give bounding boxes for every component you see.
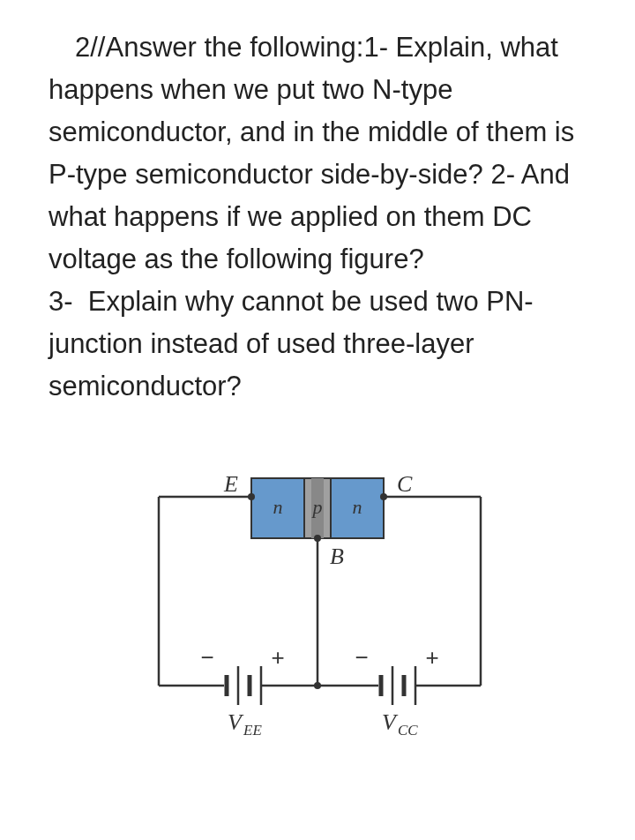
- transistor-body: n p n: [251, 478, 384, 538]
- label-p: p: [311, 496, 323, 518]
- vee-minus: −: [200, 644, 213, 671]
- question-prefix: 2//Answer the following:1-: [75, 32, 396, 63]
- vee-plus: +: [271, 644, 284, 671]
- question-text: 2//Answer the following:1- Explain, what…: [49, 26, 586, 408]
- collector-label: C: [397, 471, 413, 497]
- question-part3: Explain why cannot be used two PN-juncti…: [49, 286, 534, 401]
- label-n-right: n: [353, 496, 362, 518]
- label-n-left: n: [273, 496, 283, 518]
- emitter-label: E: [223, 471, 238, 497]
- vee-sub: EE: [243, 722, 262, 739]
- circuit-diagram: n p n E C B: [0, 465, 635, 756]
- question-part1: Explain, what happens when we put two N-…: [49, 32, 574, 274]
- vee-v: V: [228, 709, 244, 735]
- vee-battery: − + V EE: [200, 644, 284, 739]
- question-part3-prefix: 3-: [49, 286, 80, 317]
- vcc-battery: − + V CC: [355, 644, 438, 739]
- vcc-v: V: [382, 709, 399, 735]
- base-label: B: [330, 544, 344, 569]
- vcc-sub: CC: [398, 722, 418, 739]
- vcc-plus: +: [425, 644, 438, 671]
- vcc-minus: −: [355, 644, 368, 671]
